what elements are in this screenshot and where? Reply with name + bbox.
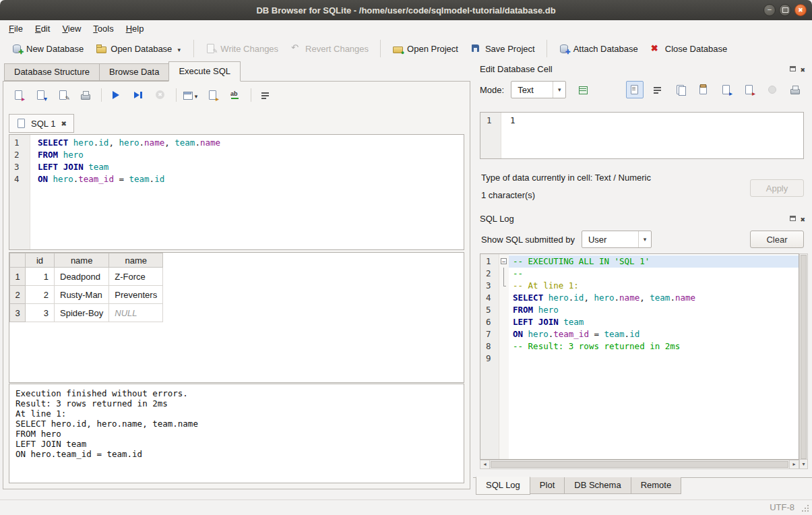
sql-editor[interactable]: 1SELECT hero.id, hero.name, team.name2FR… <box>9 134 464 250</box>
save-sql-file-button[interactable] <box>32 86 50 104</box>
close-database-button[interactable]: Close Database <box>644 40 734 57</box>
cell[interactable]: Spider-Boy <box>55 304 109 322</box>
code-line: 7ON hero.team_id = team.id <box>480 328 799 340</box>
scrollbar-thumb[interactable] <box>801 255 807 459</box>
tab-plot[interactable]: Plot <box>530 477 565 494</box>
menu-tools[interactable]: Tools <box>87 22 119 36</box>
resize-grip[interactable] <box>801 504 809 512</box>
log-horizontal-scrollbar[interactable]: ◂ ▸ <box>480 460 799 469</box>
tab-database-structure[interactable]: Database Structure <box>4 63 100 81</box>
log-vertical-scrollbar[interactable]: ▾ <box>799 253 808 469</box>
tab-sql-log[interactable]: SQL Log <box>476 477 530 495</box>
row-number[interactable]: 3 <box>10 304 26 322</box>
fold-margin <box>499 292 509 304</box>
revert-changes-button: Revert Changes <box>284 40 375 57</box>
cell[interactable]: Rusty-Man <box>55 286 109 304</box>
titlebar[interactable]: DB Browser for SQLite - /home/user/code/… <box>0 0 812 21</box>
code-line: 8-- Result: 3 rows returned in 2ms <box>480 340 799 353</box>
new-tab-button[interactable] <box>182 86 199 104</box>
line-number: 6 <box>480 316 499 328</box>
scroll-right-icon[interactable]: ▸ <box>789 460 799 468</box>
cell[interactable]: Preventers <box>109 286 163 304</box>
menu-view[interactable]: View <box>56 22 87 36</box>
scroll-left-icon[interactable]: ◂ <box>480 460 490 468</box>
tab-sql-1[interactable]: SQL 1 ✖ <box>9 114 74 133</box>
open-sql-file-button[interactable] <box>10 86 28 104</box>
auto-format-button[interactable] <box>574 81 592 98</box>
text-mode-icon <box>629 84 640 95</box>
cell[interactable]: Z-Force <box>109 268 163 286</box>
combo-caret-icon <box>553 82 565 98</box>
tab-db-schema[interactable]: DB Schema <box>564 477 631 494</box>
row-number[interactable]: 2 <box>10 286 26 304</box>
scrollbar-thumb[interactable] <box>491 461 788 468</box>
log-filter-value: User <box>582 235 638 245</box>
mode-select[interactable]: Text <box>511 81 566 98</box>
cell[interactable]: 1 <box>26 268 55 286</box>
execute-line-icon <box>133 90 144 100</box>
close-panel-icon[interactable] <box>800 64 805 74</box>
tab-execute-sql[interactable]: Execute SQL <box>168 61 241 82</box>
close-tab-icon[interactable]: ✖ <box>61 120 66 127</box>
word-wrap-button[interactable] <box>257 86 274 104</box>
execute-line-button[interactable] <box>129 86 147 104</box>
print-cell-button[interactable] <box>786 81 804 98</box>
row-number[interactable]: 1 <box>10 268 26 286</box>
log-filter-select[interactable]: User <box>582 231 652 248</box>
new-database-button[interactable]: New Database <box>5 40 90 57</box>
toolbar-button-label: Open Database <box>111 44 172 54</box>
open-tab-file-button[interactable] <box>204 86 222 104</box>
paste-cell-button[interactable] <box>695 81 712 98</box>
line-number: 1 <box>480 255 499 268</box>
cell[interactable]: Deadpond <box>55 268 109 286</box>
menu-file[interactable]: File <box>3 22 29 36</box>
open-database-button[interactable]: Open Database <box>90 40 188 57</box>
fold-collapse-icon[interactable] <box>499 255 509 268</box>
menu-edit[interactable]: Edit <box>29 22 56 36</box>
toolbar-separator <box>380 40 381 57</box>
edit-cell-title: Edit Database Cell <box>480 64 553 74</box>
sql-toolbar <box>10 86 279 104</box>
cell-editor[interactable]: 1 1 <box>480 112 804 159</box>
line-number: 1 <box>480 115 501 127</box>
text-mode-button[interactable] <box>626 81 644 98</box>
execution-output[interactable]: Execution finished without errors. Resul… <box>9 384 464 483</box>
save-sql-as-button[interactable] <box>55 86 72 104</box>
close-database-icon <box>650 43 661 54</box>
column-header-name[interactable]: name <box>55 253 109 268</box>
column-header-id[interactable]: id <box>26 253 55 268</box>
attach-database-button[interactable]: Attach Database <box>553 40 644 57</box>
tab-browse-data[interactable]: Browse Data <box>99 63 169 81</box>
new-database-icon <box>11 43 22 54</box>
close-panel-icon[interactable] <box>800 214 805 224</box>
cell[interactable]: NULL <box>109 304 163 322</box>
copy-cell-button[interactable] <box>672 81 689 98</box>
format-sql-button[interactable] <box>226 86 244 104</box>
maximize-button[interactable] <box>779 4 791 16</box>
tab-remote[interactable]: Remote <box>631 477 682 494</box>
sql-log-dock-title[interactable]: SQL Log <box>473 210 812 226</box>
save-sql-as-icon <box>58 90 69 100</box>
edit-cell-dock-title[interactable]: Edit Database Cell <box>473 61 812 77</box>
line-number: 5 <box>480 304 499 316</box>
print-button[interactable] <box>77 86 94 104</box>
import-file-button[interactable] <box>718 81 735 98</box>
open-project-button[interactable]: Open Project <box>386 40 464 57</box>
scroll-down-icon[interactable]: ▾ <box>800 459 807 468</box>
execute-all-button[interactable] <box>107 86 125 104</box>
cell[interactable]: 3 <box>26 304 55 322</box>
line-number: 4 <box>480 292 499 304</box>
cell[interactable]: 2 <box>26 286 55 304</box>
sql-log-view[interactable]: 1-- EXECUTING ALL IN 'SQL 1'2--3-- At li… <box>480 253 799 460</box>
export-file-button[interactable] <box>741 81 758 98</box>
execute-sql-pane: SQL 1 ✖ 1SELECT hero.id, hero.name, team… <box>3 81 470 489</box>
float-panel-icon[interactable] <box>790 216 796 221</box>
save-project-button[interactable]: Save Project <box>464 40 541 57</box>
wrap-lines-button[interactable] <box>649 81 666 98</box>
minimize-button[interactable] <box>763 4 776 16</box>
close-button[interactable] <box>794 4 807 16</box>
column-header-name[interactable]: name <box>109 253 163 268</box>
float-panel-icon[interactable] <box>790 66 796 71</box>
menu-help[interactable]: Help <box>120 22 150 36</box>
clear-log-button[interactable]: Clear <box>750 231 804 248</box>
